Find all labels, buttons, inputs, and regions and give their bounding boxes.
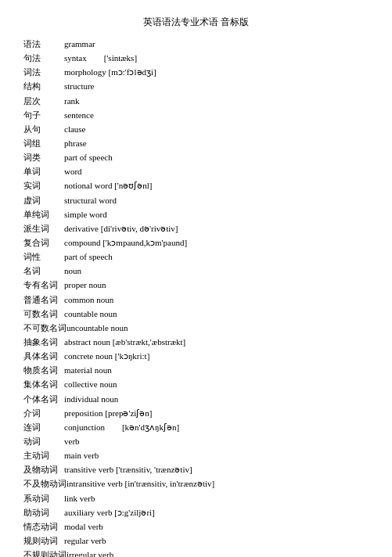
term-en: concrete noun ['kɔŋkri:t]: [64, 349, 149, 363]
list-item: 名词noun: [23, 264, 369, 278]
list-item: 个体名词individual noun: [23, 392, 369, 406]
term-zh: 不规则动词: [23, 548, 67, 557]
list-item: 结构structure: [23, 79, 369, 93]
term-zh: 系动词: [23, 491, 64, 505]
term-zh: 名词: [23, 264, 64, 278]
list-item: 不可数名词uncountable noun: [23, 321, 369, 335]
term-en: transitive verb ['trænsitiv, 'trænzətiv]: [64, 462, 192, 476]
list-item: 专有名词proper noun: [23, 278, 369, 292]
term-en: abstract noun [æb'strækt,'æbstrækt]: [64, 335, 185, 349]
term-en: morphology [mɔ:'fɔlədʒi]: [64, 65, 156, 79]
term-zh: 连词: [23, 420, 64, 434]
term-zh: 句法: [23, 51, 64, 65]
term-en: main verb: [64, 448, 99, 462]
term-en: compound ['kɔmpaund,kɔm'paund]: [64, 235, 187, 250]
term-zh: 不及物动词: [23, 476, 67, 491]
list-item: 层次rank: [23, 94, 369, 108]
term-list: 语法grammar句法syntax ['sintæks]词法morphology…: [23, 37, 369, 557]
term-en: sentence: [64, 108, 94, 122]
term-zh: 派生词: [23, 221, 64, 235]
list-item: 具体名词concrete noun ['kɔŋkri:t]: [23, 349, 369, 363]
list-item: 词类part of speech: [23, 150, 369, 164]
term-en: auxiliary verb [ɔ:g'ziljəri]: [64, 505, 155, 519]
list-item: 派生词derivative [di'rivətiv, də'rivətiv]: [23, 221, 369, 235]
term-zh: 介词: [23, 406, 64, 420]
term-zh: 词类: [23, 150, 64, 164]
term-en: syntax ['sintæks]: [64, 51, 137, 65]
list-item: 复合词compound ['kɔmpaund,kɔm'paund]: [23, 235, 369, 250]
term-en: irregular verb: [67, 548, 113, 557]
list-item: 不规则动词irregular verb: [23, 548, 369, 557]
list-item: 规则动词regular verb: [23, 534, 369, 548]
term-en: structure: [64, 79, 94, 93]
list-item: 介词preposition [prepə'ziʃən]: [23, 406, 369, 420]
list-item: 及物动词transitive verb ['trænsitiv, 'trænzə…: [23, 462, 369, 476]
term-en: proper noun: [64, 278, 106, 292]
list-item: 动词verb: [23, 434, 369, 448]
term-zh: 动词: [23, 434, 64, 448]
list-item: 普通名词common noun: [23, 293, 369, 307]
term-en: derivative [di'rivətiv, də'rivətiv]: [64, 221, 178, 235]
term-en: collective noun: [64, 377, 117, 391]
list-item: 助动词auxiliary verb [ɔ:g'ziljəri]: [23, 505, 369, 519]
term-zh: 实词: [23, 178, 64, 192]
list-item: 虚词structural word: [23, 193, 369, 207]
list-item: 不及物动词intransitive verb [in'trænsitiv, in…: [23, 476, 369, 491]
term-zh: 物质名词: [23, 363, 64, 377]
term-en: countable noun: [64, 307, 117, 321]
list-item: 系动词link verb: [23, 491, 369, 505]
term-en: part of speech: [64, 250, 113, 264]
term-zh: 层次: [23, 94, 64, 108]
list-item: 实词notional word ['nəʊʃənl]: [23, 178, 369, 192]
term-zh: 虚词: [23, 193, 64, 207]
term-en: link verb: [64, 491, 95, 505]
term-en: material noun: [64, 363, 112, 377]
term-en: notional word ['nəʊʃənl]: [64, 178, 153, 192]
term-en: noun: [64, 264, 81, 278]
term-zh: 复合词: [23, 235, 64, 250]
term-en: modal verb: [64, 519, 103, 534]
term-zh: 及物动词: [23, 462, 64, 476]
list-item: 可数名词countable noun: [23, 307, 369, 321]
term-en: conjunction [kən'dʒʌŋkʃən]: [64, 420, 179, 434]
term-en: word: [64, 164, 82, 178]
term-zh: 单词: [23, 164, 64, 178]
term-en: rank: [64, 94, 80, 108]
term-zh: 单纯词: [23, 207, 64, 221]
list-item: 主动词main verb: [23, 448, 369, 462]
term-en: part of speech: [64, 150, 113, 164]
term-zh: 词法: [23, 65, 64, 79]
page-title: 英语语法专业术语 音标版: [23, 16, 369, 29]
list-item: 句子sentence: [23, 108, 369, 122]
list-item: 集体名词collective noun: [23, 377, 369, 391]
term-zh: 主动词: [23, 448, 64, 462]
term-en: individual noun: [64, 392, 118, 406]
term-zh: 规则动词: [23, 534, 64, 548]
list-item: 单纯词simple word: [23, 207, 369, 221]
term-zh: 抽象名词: [23, 335, 64, 349]
term-en: phrase: [64, 136, 87, 150]
list-item: 情态动词modal verb: [23, 519, 369, 534]
term-en: grammar: [64, 37, 95, 51]
term-zh: 情态动词: [23, 519, 64, 534]
term-zh: 集体名词: [23, 377, 64, 391]
term-en: preposition [prepə'ziʃən]: [64, 406, 153, 420]
term-en: structural word: [64, 193, 117, 207]
list-item: 句法syntax ['sintæks]: [23, 51, 369, 65]
term-en: intransitive verb [in'trænsitiv, in'træn…: [67, 476, 214, 491]
term-zh: 句子: [23, 108, 64, 122]
list-item: 从句clause: [23, 122, 369, 136]
list-item: 抽象名词abstract noun [æb'strækt,'æbstrækt]: [23, 335, 369, 349]
term-en: verb: [64, 434, 80, 448]
term-zh: 词性: [23, 250, 64, 264]
list-item: 词组phrase: [23, 136, 369, 150]
list-item: 单词word: [23, 164, 369, 178]
term-zh: 不可数名词: [23, 321, 67, 335]
list-item: 词法morphology [mɔ:'fɔlədʒi]: [23, 65, 369, 79]
term-zh: 普通名词: [23, 293, 64, 307]
term-zh: 个体名词: [23, 392, 64, 406]
list-item: 连词conjunction [kən'dʒʌŋkʃən]: [23, 420, 369, 434]
term-zh: 词组: [23, 136, 64, 150]
term-zh: 具体名词: [23, 349, 64, 363]
term-zh: 助动词: [23, 505, 64, 519]
